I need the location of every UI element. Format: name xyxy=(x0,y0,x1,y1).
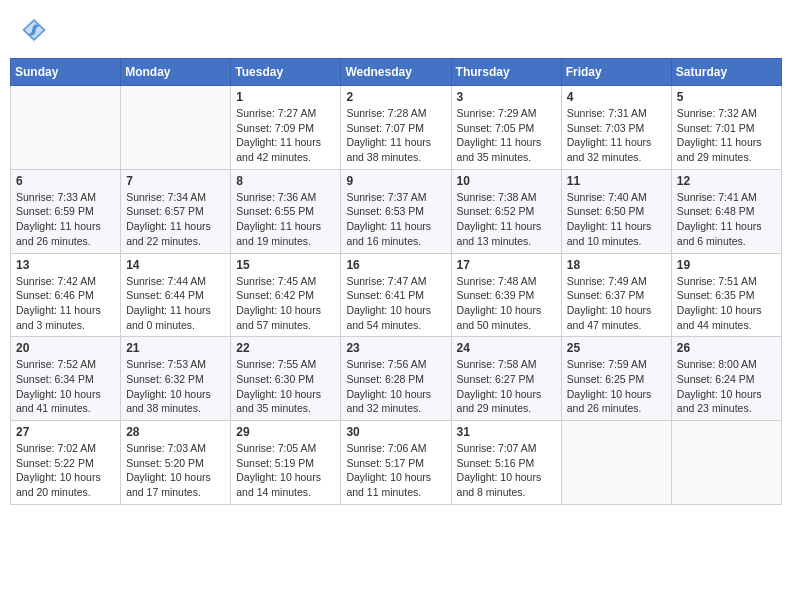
calendar-table: SundayMondayTuesdayWednesdayThursdayFrid… xyxy=(10,58,782,505)
calendar-cell: 16Sunrise: 7:47 AM Sunset: 6:41 PM Dayli… xyxy=(341,253,451,337)
cell-content: Sunrise: 7:37 AM Sunset: 6:53 PM Dayligh… xyxy=(346,190,445,249)
calendar-cell: 15Sunrise: 7:45 AM Sunset: 6:42 PM Dayli… xyxy=(231,253,341,337)
day-number: 1 xyxy=(236,90,335,104)
cell-content: Sunrise: 7:28 AM Sunset: 7:07 PM Dayligh… xyxy=(346,106,445,165)
day-number: 21 xyxy=(126,341,225,355)
calendar-cell: 18Sunrise: 7:49 AM Sunset: 6:37 PM Dayli… xyxy=(561,253,671,337)
cell-content: Sunrise: 7:06 AM Sunset: 5:17 PM Dayligh… xyxy=(346,441,445,500)
calendar-cell: 4Sunrise: 7:31 AM Sunset: 7:03 PM Daylig… xyxy=(561,86,671,170)
calendar-week-row: 1Sunrise: 7:27 AM Sunset: 7:09 PM Daylig… xyxy=(11,86,782,170)
calendar-week-row: 13Sunrise: 7:42 AM Sunset: 6:46 PM Dayli… xyxy=(11,253,782,337)
calendar-cell: 27Sunrise: 7:02 AM Sunset: 5:22 PM Dayli… xyxy=(11,421,121,505)
calendar-week-row: 6Sunrise: 7:33 AM Sunset: 6:59 PM Daylig… xyxy=(11,169,782,253)
calendar-cell: 20Sunrise: 7:52 AM Sunset: 6:34 PM Dayli… xyxy=(11,337,121,421)
cell-content: Sunrise: 7:51 AM Sunset: 6:35 PM Dayligh… xyxy=(677,274,776,333)
day-of-week-header: Monday xyxy=(121,59,231,86)
calendar-cell: 23Sunrise: 7:56 AM Sunset: 6:28 PM Dayli… xyxy=(341,337,451,421)
day-of-week-header: Thursday xyxy=(451,59,561,86)
day-number: 16 xyxy=(346,258,445,272)
calendar-cell: 2Sunrise: 7:28 AM Sunset: 7:07 PM Daylig… xyxy=(341,86,451,170)
cell-content: Sunrise: 7:02 AM Sunset: 5:22 PM Dayligh… xyxy=(16,441,115,500)
day-number: 18 xyxy=(567,258,666,272)
calendar-cell: 10Sunrise: 7:38 AM Sunset: 6:52 PM Dayli… xyxy=(451,169,561,253)
calendar-cell: 3Sunrise: 7:29 AM Sunset: 7:05 PM Daylig… xyxy=(451,86,561,170)
calendar-cell: 19Sunrise: 7:51 AM Sunset: 6:35 PM Dayli… xyxy=(671,253,781,337)
day-number: 20 xyxy=(16,341,115,355)
calendar-cell xyxy=(561,421,671,505)
calendar-cell xyxy=(671,421,781,505)
day-number: 19 xyxy=(677,258,776,272)
page-header xyxy=(10,10,782,50)
logo xyxy=(18,14,54,46)
day-number: 7 xyxy=(126,174,225,188)
calendar-cell: 28Sunrise: 7:03 AM Sunset: 5:20 PM Dayli… xyxy=(121,421,231,505)
calendar-header-row: SundayMondayTuesdayWednesdayThursdayFrid… xyxy=(11,59,782,86)
day-of-week-header: Sunday xyxy=(11,59,121,86)
cell-content: Sunrise: 7:40 AM Sunset: 6:50 PM Dayligh… xyxy=(567,190,666,249)
calendar-cell: 17Sunrise: 7:48 AM Sunset: 6:39 PM Dayli… xyxy=(451,253,561,337)
day-number: 24 xyxy=(457,341,556,355)
logo-icon xyxy=(18,14,50,46)
day-number: 30 xyxy=(346,425,445,439)
calendar-cell: 21Sunrise: 7:53 AM Sunset: 6:32 PM Dayli… xyxy=(121,337,231,421)
cell-content: Sunrise: 7:47 AM Sunset: 6:41 PM Dayligh… xyxy=(346,274,445,333)
cell-content: Sunrise: 8:00 AM Sunset: 6:24 PM Dayligh… xyxy=(677,357,776,416)
day-of-week-header: Saturday xyxy=(671,59,781,86)
calendar-week-row: 20Sunrise: 7:52 AM Sunset: 6:34 PM Dayli… xyxy=(11,337,782,421)
day-of-week-header: Wednesday xyxy=(341,59,451,86)
cell-content: Sunrise: 7:58 AM Sunset: 6:27 PM Dayligh… xyxy=(457,357,556,416)
cell-content: Sunrise: 7:48 AM Sunset: 6:39 PM Dayligh… xyxy=(457,274,556,333)
cell-content: Sunrise: 7:45 AM Sunset: 6:42 PM Dayligh… xyxy=(236,274,335,333)
day-number: 11 xyxy=(567,174,666,188)
calendar-cell: 24Sunrise: 7:58 AM Sunset: 6:27 PM Dayli… xyxy=(451,337,561,421)
day-number: 27 xyxy=(16,425,115,439)
day-number: 15 xyxy=(236,258,335,272)
calendar-cell: 31Sunrise: 7:07 AM Sunset: 5:16 PM Dayli… xyxy=(451,421,561,505)
cell-content: Sunrise: 7:33 AM Sunset: 6:59 PM Dayligh… xyxy=(16,190,115,249)
calendar-cell: 8Sunrise: 7:36 AM Sunset: 6:55 PM Daylig… xyxy=(231,169,341,253)
day-number: 14 xyxy=(126,258,225,272)
cell-content: Sunrise: 7:36 AM Sunset: 6:55 PM Dayligh… xyxy=(236,190,335,249)
day-number: 12 xyxy=(677,174,776,188)
calendar-cell: 9Sunrise: 7:37 AM Sunset: 6:53 PM Daylig… xyxy=(341,169,451,253)
day-number: 13 xyxy=(16,258,115,272)
cell-content: Sunrise: 7:07 AM Sunset: 5:16 PM Dayligh… xyxy=(457,441,556,500)
day-number: 31 xyxy=(457,425,556,439)
day-number: 23 xyxy=(346,341,445,355)
day-of-week-header: Friday xyxy=(561,59,671,86)
calendar-cell: 7Sunrise: 7:34 AM Sunset: 6:57 PM Daylig… xyxy=(121,169,231,253)
cell-content: Sunrise: 7:52 AM Sunset: 6:34 PM Dayligh… xyxy=(16,357,115,416)
calendar-cell: 26Sunrise: 8:00 AM Sunset: 6:24 PM Dayli… xyxy=(671,337,781,421)
cell-content: Sunrise: 7:31 AM Sunset: 7:03 PM Dayligh… xyxy=(567,106,666,165)
day-number: 8 xyxy=(236,174,335,188)
day-number: 4 xyxy=(567,90,666,104)
day-number: 5 xyxy=(677,90,776,104)
cell-content: Sunrise: 7:55 AM Sunset: 6:30 PM Dayligh… xyxy=(236,357,335,416)
calendar-cell: 11Sunrise: 7:40 AM Sunset: 6:50 PM Dayli… xyxy=(561,169,671,253)
calendar-cell: 25Sunrise: 7:59 AM Sunset: 6:25 PM Dayli… xyxy=(561,337,671,421)
day-number: 28 xyxy=(126,425,225,439)
calendar-cell xyxy=(11,86,121,170)
cell-content: Sunrise: 7:53 AM Sunset: 6:32 PM Dayligh… xyxy=(126,357,225,416)
cell-content: Sunrise: 7:27 AM Sunset: 7:09 PM Dayligh… xyxy=(236,106,335,165)
cell-content: Sunrise: 7:32 AM Sunset: 7:01 PM Dayligh… xyxy=(677,106,776,165)
day-number: 10 xyxy=(457,174,556,188)
day-number: 29 xyxy=(236,425,335,439)
day-number: 26 xyxy=(677,341,776,355)
cell-content: Sunrise: 7:42 AM Sunset: 6:46 PM Dayligh… xyxy=(16,274,115,333)
cell-content: Sunrise: 7:41 AM Sunset: 6:48 PM Dayligh… xyxy=(677,190,776,249)
calendar-cell: 22Sunrise: 7:55 AM Sunset: 6:30 PM Dayli… xyxy=(231,337,341,421)
day-number: 3 xyxy=(457,90,556,104)
cell-content: Sunrise: 7:38 AM Sunset: 6:52 PM Dayligh… xyxy=(457,190,556,249)
calendar-cell xyxy=(121,86,231,170)
calendar-cell: 1Sunrise: 7:27 AM Sunset: 7:09 PM Daylig… xyxy=(231,86,341,170)
cell-content: Sunrise: 7:03 AM Sunset: 5:20 PM Dayligh… xyxy=(126,441,225,500)
day-number: 22 xyxy=(236,341,335,355)
calendar-cell: 29Sunrise: 7:05 AM Sunset: 5:19 PM Dayli… xyxy=(231,421,341,505)
day-number: 17 xyxy=(457,258,556,272)
calendar-cell: 13Sunrise: 7:42 AM Sunset: 6:46 PM Dayli… xyxy=(11,253,121,337)
day-number: 9 xyxy=(346,174,445,188)
calendar-cell: 30Sunrise: 7:06 AM Sunset: 5:17 PM Dayli… xyxy=(341,421,451,505)
cell-content: Sunrise: 7:59 AM Sunset: 6:25 PM Dayligh… xyxy=(567,357,666,416)
calendar-cell: 5Sunrise: 7:32 AM Sunset: 7:01 PM Daylig… xyxy=(671,86,781,170)
